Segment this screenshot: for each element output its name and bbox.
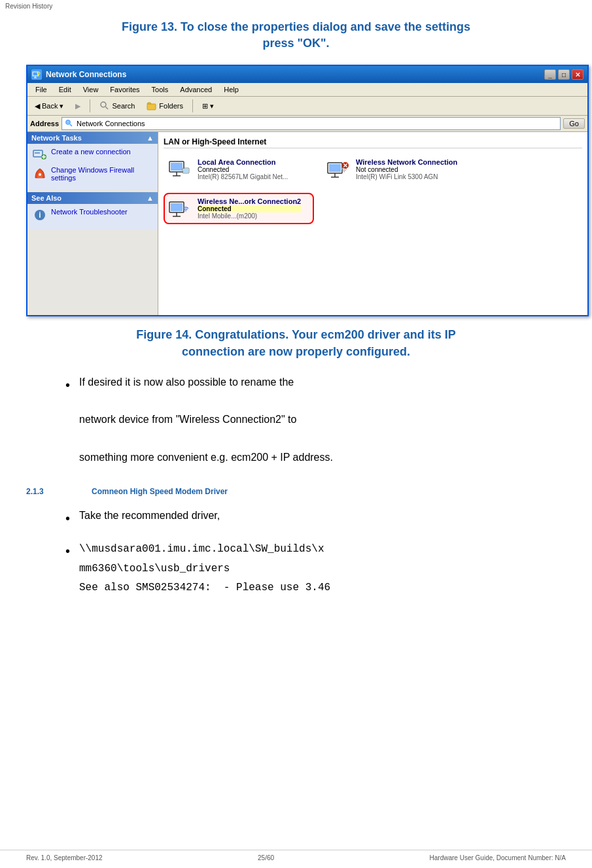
path-text3: See also SMS02534274: - Please use 3.46 bbox=[79, 582, 330, 593]
bullet1-section: • If desired it is now also possible to … bbox=[65, 373, 527, 467]
bullet2-section: • Take the recommended driver, • \\musds… bbox=[65, 507, 527, 597]
address-field[interactable]: Network Connections bbox=[61, 117, 561, 130]
svg-rect-12 bbox=[33, 150, 43, 157]
menu-view[interactable]: View bbox=[78, 84, 104, 95]
connections-grid: Local Area Connection Connected Intel(R)… bbox=[164, 154, 582, 224]
window-title: Network Connections bbox=[46, 70, 126, 79]
see-also-collapse-icon: ▲ bbox=[147, 194, 154, 202]
footer-left: Rev. 1.0, September-2012 bbox=[26, 854, 103, 861]
svg-line-9 bbox=[70, 124, 72, 126]
bullet2-dot: • bbox=[65, 508, 70, 529]
network-tasks-section: Network Tasks ▲ bbox=[27, 132, 158, 190]
footer-right: Hardware User Guide, Document Number: N/… bbox=[430, 854, 566, 861]
address-bar: Address Network Connections Go bbox=[27, 116, 587, 132]
wireless-connection2-info: Wireless Ne...ork Connection2 Connected … bbox=[198, 197, 301, 220]
search-icon bbox=[99, 101, 110, 111]
section-title: Comneon High Speed Modem Driver bbox=[92, 487, 228, 496]
connections-header: LAN or High-Speed Internet bbox=[164, 137, 582, 148]
minimize-button[interactable]: _ bbox=[544, 69, 556, 80]
window-body: Network Tasks ▲ bbox=[27, 132, 587, 315]
menu-favorites[interactable]: Favorites bbox=[105, 84, 145, 95]
back-icon: ◀ bbox=[35, 102, 40, 110]
bullet1-dot: • bbox=[65, 375, 70, 395]
svg-rect-7 bbox=[147, 104, 156, 110]
wireless-connection-icon bbox=[324, 156, 351, 182]
local-area-connection-info: Local Area Connection Connected Intel(R)… bbox=[198, 158, 288, 180]
views-button[interactable]: ⊞ ▾ bbox=[198, 100, 218, 112]
toolbar: ◀ Back ▾ ▶ Search Folders bbox=[27, 97, 587, 116]
right-panel: LAN or High-Speed Internet bbox=[158, 132, 587, 315]
bullet1-item: • If desired it is now also possible to … bbox=[65, 373, 527, 467]
fig13-title: Figure 13. To close the properties dialo… bbox=[26, 19, 566, 52]
folders-icon bbox=[147, 101, 157, 111]
svg-point-17 bbox=[39, 173, 41, 176]
svg-rect-21 bbox=[171, 163, 183, 171]
address-field-icon bbox=[65, 119, 74, 128]
network-troubleshooter-item[interactable]: i Network Troubleshooter bbox=[33, 208, 152, 222]
page-footer: Rev. 1.0, September-2012 25/60 Hardware … bbox=[0, 850, 592, 861]
collapse-icon: ▲ bbox=[147, 134, 154, 142]
bullet2-text: Take the recommended driver, bbox=[79, 507, 220, 526]
menu-advanced[interactable]: Advanced bbox=[175, 84, 217, 95]
bullet3-text: \\musdsara001.imu.imc.local\SW_builds\x … bbox=[79, 539, 330, 597]
svg-rect-35 bbox=[171, 203, 183, 211]
menu-bar: File Edit View Favorites Tools Advanced … bbox=[27, 83, 587, 97]
svg-point-38 bbox=[185, 210, 186, 212]
maximize-button[interactable]: □ bbox=[558, 69, 570, 80]
titlebar-left: Network Connections bbox=[31, 69, 126, 80]
search-button[interactable]: Search bbox=[95, 99, 139, 113]
address-value: Network Connections bbox=[77, 120, 145, 127]
svg-text:i: i bbox=[39, 210, 41, 220]
svg-point-30 bbox=[343, 171, 345, 173]
firewall-settings-icon bbox=[33, 166, 47, 180]
menu-tools[interactable]: Tools bbox=[147, 84, 174, 95]
views-icon: ⊞ bbox=[202, 102, 208, 110]
wireless-connection-item[interactable]: Wireless Network Connection Not connecte… bbox=[322, 154, 472, 185]
network-tasks-content: Create a new connection Change Windows bbox=[27, 144, 158, 190]
menu-edit[interactable]: Edit bbox=[54, 84, 77, 95]
titlebar-buttons: _ □ ✕ bbox=[544, 69, 583, 80]
address-label: Address bbox=[30, 120, 59, 127]
close-button[interactable]: ✕ bbox=[572, 69, 583, 80]
bullet1-text: If desired it is now also possible to re… bbox=[79, 373, 333, 467]
path-text2: mm6360\tools\usb_drivers bbox=[79, 563, 230, 575]
network-connections-window: Network Connections _ □ ✕ File Edit View… bbox=[26, 65, 589, 316]
fig14-title: Figure 14. Congratulations. Your ecm200 … bbox=[26, 327, 566, 359]
wireless-connection2-item[interactable]: Wireless Ne...ork Connection2 Connected … bbox=[164, 193, 314, 224]
toolbar-separator2 bbox=[192, 99, 193, 112]
footer-center: 25/60 bbox=[258, 854, 274, 861]
see-also-header[interactable]: See Also ▲ bbox=[27, 192, 158, 204]
section213-header: 2.1.3 Comneon High Speed Modem Driver bbox=[26, 487, 566, 496]
bullet2-item: • Take the recommended driver, bbox=[65, 507, 527, 529]
create-connection-icon bbox=[33, 148, 47, 162]
create-connection-item[interactable]: Create a new connection bbox=[33, 148, 152, 162]
svg-point-5 bbox=[101, 102, 106, 107]
svg-line-6 bbox=[106, 107, 109, 110]
window-icon bbox=[31, 69, 42, 80]
svg-rect-27 bbox=[329, 164, 341, 172]
troubleshooter-icon: i bbox=[33, 208, 47, 222]
troubleshooter-label: Network Troubleshooter bbox=[51, 208, 128, 216]
folders-button[interactable]: Folders bbox=[142, 99, 188, 113]
wireless-connection-info: Wireless Network Connection Not connecte… bbox=[356, 158, 457, 180]
go-button[interactable]: Go bbox=[563, 118, 585, 129]
menu-help[interactable]: Help bbox=[218, 84, 244, 95]
create-connection-label: Create a new connection bbox=[51, 148, 131, 156]
firewall-settings-label: Change Windows Firewall settings bbox=[51, 166, 152, 182]
firewall-settings-item[interactable]: Change Windows Firewall settings bbox=[33, 166, 152, 182]
back-button[interactable]: ◀ Back ▾ bbox=[30, 100, 68, 112]
network-tasks-header[interactable]: Network Tasks ▲ bbox=[27, 132, 158, 144]
window-titlebar: Network Connections _ □ ✕ bbox=[27, 66, 587, 83]
menu-file[interactable]: File bbox=[30, 84, 52, 95]
section-number: 2.1.3 bbox=[26, 487, 65, 496]
svg-rect-25 bbox=[183, 169, 188, 173]
forward-button[interactable]: ▶ bbox=[71, 100, 85, 112]
toolbar-separator bbox=[90, 99, 90, 112]
see-also-section: See Also ▲ i Network Troubleshooter bbox=[27, 192, 158, 230]
local-area-connection-item[interactable]: Local Area Connection Connected Intel(R)… bbox=[164, 154, 314, 185]
left-panel: Network Tasks ▲ bbox=[27, 132, 158, 315]
local-area-connection-icon bbox=[166, 156, 192, 182]
see-also-content: i Network Troubleshooter bbox=[27, 204, 158, 230]
views-dropdown-icon: ▾ bbox=[210, 102, 214, 110]
path-text: \\musdsara001.imu.imc.local\SW_builds\x bbox=[79, 543, 324, 555]
